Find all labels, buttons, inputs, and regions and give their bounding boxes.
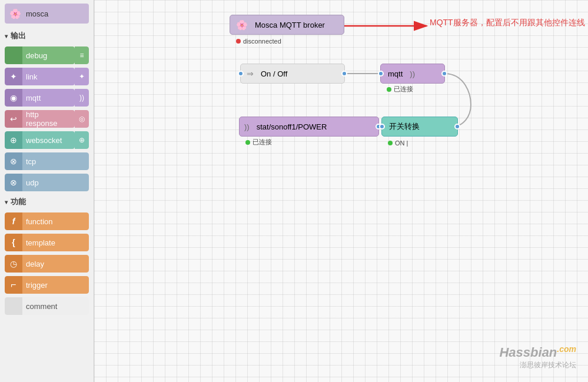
sidebar-item-function-label: function bbox=[22, 212, 89, 230]
stat-status: 已连接 bbox=[245, 138, 272, 147]
sidebar-item-delay[interactable]: ◷ delay bbox=[5, 255, 89, 273]
sidebar-item-mqtt[interactable]: ◉ mqtt )) bbox=[5, 89, 89, 107]
http-response-right-icon: ◎ bbox=[75, 110, 89, 128]
section-label-output: 输出 bbox=[11, 31, 26, 41]
mosca-icon: 🌸 bbox=[9, 8, 21, 19]
switch-status: ON | bbox=[388, 139, 408, 147]
onoff-port-left[interactable] bbox=[238, 71, 244, 77]
websocket-right-icon: ⊕ bbox=[75, 131, 89, 149]
sidebar-item-function[interactable]: f function bbox=[5, 212, 89, 230]
connections-svg bbox=[94, 0, 588, 382]
template-icon: { bbox=[5, 234, 22, 251]
node-switch-convert[interactable]: 开关转换 ON | bbox=[381, 117, 458, 137]
sidebar-section-output[interactable]: ▾ 输出 bbox=[0, 27, 94, 45]
mqtt-out-wave-icon: )) bbox=[410, 69, 415, 78]
node-mosca-broker[interactable]: 🌸 Mosca MQTT broker disconnected bbox=[230, 15, 344, 35]
sidebar-item-debug-label: debug bbox=[22, 46, 75, 64]
sidebar-item-comment-label: comment bbox=[22, 297, 89, 315]
sidebar-item-tcp-label: tcp bbox=[22, 152, 89, 170]
node-onoff[interactable]: ⇒ On / Off bbox=[240, 64, 345, 84]
sidebar-item-http-response-label: http response bbox=[22, 110, 75, 128]
sidebar-item-mqtt-label: mqtt bbox=[22, 89, 75, 107]
watermark: Hassbian.com 澎思彼岸技术论坛 bbox=[499, 344, 576, 370]
sidebar-item-udp[interactable]: ⊗ udp bbox=[5, 174, 89, 191]
sidebar-item-tcp[interactable]: ⊗ tcp bbox=[5, 152, 89, 170]
delay-icon: ◷ bbox=[5, 255, 22, 273]
node-mqtt-out[interactable]: mqtt )) 已连接 bbox=[380, 64, 445, 84]
sidebar-item-mosca[interactable]: 🌸 mosca bbox=[5, 4, 89, 24]
mqtt-icon: ◉ bbox=[5, 89, 22, 107]
sidebar-item-link[interactable]: ✦ link ✦ bbox=[5, 68, 89, 85]
sidebar-item-link-label: link bbox=[22, 68, 75, 85]
mqtt-out-port-right[interactable] bbox=[441, 71, 447, 77]
sidebar-item-template[interactable]: { template bbox=[5, 234, 89, 251]
sidebar-mosca-label: mosca bbox=[26, 9, 48, 18]
mosca-node-icon: 🌸 bbox=[236, 19, 248, 31]
watermark-line1: Hassbian.com bbox=[499, 344, 576, 360]
section-arrow-output: ▾ bbox=[5, 33, 8, 39]
websocket-icon: ⊕ bbox=[5, 131, 22, 149]
section-arrow-function: ▾ bbox=[5, 199, 8, 205]
annotation-text: MQTT服务器，配置后不用跟其他控件连线 bbox=[430, 18, 585, 28]
sidebar-item-udp-label: udp bbox=[22, 174, 89, 191]
onoff-port-right[interactable] bbox=[341, 71, 347, 77]
switch-port-right[interactable] bbox=[454, 124, 460, 129]
function-icon: f bbox=[5, 212, 22, 230]
mosca-node-label: Mosca MQTT broker bbox=[248, 21, 332, 29]
watermark-line2: 澎思彼岸技术论坛 bbox=[499, 360, 576, 370]
sidebar-item-trigger[interactable]: ⌐ trigger bbox=[5, 276, 89, 294]
udp-icon: ⊗ bbox=[5, 174, 22, 191]
sidebar-item-websocket[interactable]: ⊕ websocket ⊕ bbox=[5, 131, 89, 149]
tcp-icon: ⊗ bbox=[5, 152, 22, 170]
http-response-icon: ↩ bbox=[5, 110, 22, 128]
debug-right-icon: ≡ bbox=[75, 46, 89, 64]
node-stat-sonoff[interactable]: )) stat/sonoff1/POWER 已连接 bbox=[239, 117, 379, 137]
sidebar-item-trigger-label: trigger bbox=[22, 276, 89, 294]
sidebar-item-websocket-label: websocket bbox=[22, 131, 75, 149]
sidebar-item-debug[interactable]: debug ≡ bbox=[5, 46, 89, 64]
sidebar-item-delay-label: delay bbox=[22, 255, 89, 273]
mqtt-right-icon: )) bbox=[75, 89, 89, 107]
mqtt-out-status: 已连接 bbox=[387, 85, 413, 94]
switch-node-label: 开关转换 bbox=[382, 121, 427, 132]
onoff-node-label: On / Off bbox=[254, 69, 294, 78]
link-right-icon: ✦ bbox=[75, 68, 89, 85]
mqtt-out-node-label: mqtt bbox=[381, 69, 410, 78]
link-icon: ✦ bbox=[5, 68, 22, 85]
comment-icon bbox=[5, 297, 22, 315]
sidebar: 🌸 mosca ▾ 输出 debug ≡ ✦ link ✦ ◉ mqtt )) … bbox=[0, 0, 94, 382]
sidebar-item-comment[interactable]: comment bbox=[5, 297, 89, 315]
stat-wave-icon: )) bbox=[244, 122, 250, 131]
sidebar-section-function[interactable]: ▾ 功能 bbox=[0, 193, 94, 211]
stat-node-label: stat/sonoff1/POWER bbox=[250, 122, 334, 131]
canvas: 🌸 Mosca MQTT broker disconnected ⇒ On / … bbox=[94, 0, 588, 382]
onoff-arrow-icon: ⇒ bbox=[247, 69, 254, 78]
mosca-status: disconnected bbox=[236, 38, 281, 45]
sidebar-item-http-response[interactable]: ↩ http response ◎ bbox=[5, 110, 89, 128]
switch-port-left[interactable] bbox=[379, 124, 385, 129]
sidebar-item-template-label: template bbox=[22, 234, 89, 251]
trigger-icon: ⌐ bbox=[5, 276, 22, 294]
debug-icon bbox=[5, 46, 22, 64]
section-label-function: 功能 bbox=[11, 197, 26, 207]
mqtt-out-port-left[interactable] bbox=[378, 71, 384, 77]
